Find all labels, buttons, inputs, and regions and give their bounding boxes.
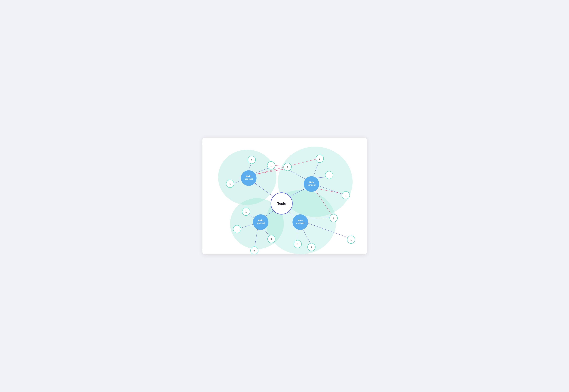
leaf-15-label: 1 — [311, 246, 312, 248]
leaf-10-label: 1 — [245, 211, 247, 213]
mc1-label-line1: Main — [246, 175, 251, 178]
mc4-label-line1: Main — [298, 219, 303, 222]
leaf-7-label: 1 — [345, 194, 347, 196]
mc3-label-line1: Main — [258, 219, 263, 222]
leaf-4-label: 1 — [229, 183, 231, 185]
leaf-11-label: 1 — [236, 228, 238, 231]
leaf-6-label: 1 — [329, 174, 330, 176]
topic-label: Topic — [277, 202, 286, 205]
leaf-1-label: 1 — [251, 159, 252, 161]
leaf-12-label: 1 — [271, 238, 272, 240]
mc2-label-line2: concept — [307, 184, 316, 186]
leaf-5-label: 1 — [319, 158, 320, 160]
mc2-label-line1: Main — [309, 181, 314, 183]
mc1-label-line2: concept — [245, 178, 253, 180]
leaf-9-label: 1 — [350, 238, 352, 241]
leaf-14-label: 1 — [297, 243, 298, 245]
diagram-card: Main concept Main concept Main concept M… — [202, 138, 367, 254]
mc4-label-line2: concept — [296, 222, 304, 224]
concept-map-svg: Main concept Main concept Main concept M… — [202, 138, 367, 254]
leaf-13-label: 1 — [254, 250, 255, 252]
leaf-3-label: 1 — [287, 166, 288, 168]
mc3-label-line2: concept — [257, 222, 265, 224]
leaf-2-label: 1 — [271, 164, 272, 167]
leaf-8-label: 1 — [333, 217, 334, 219]
